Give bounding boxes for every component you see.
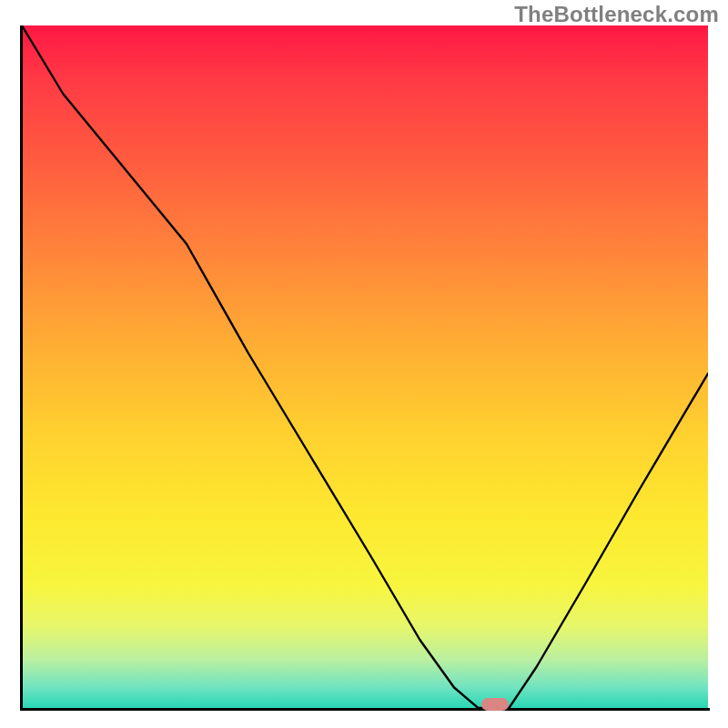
bottleneck-curve-path — [22, 25, 708, 708]
x-axis — [20, 708, 710, 711]
curve-svg — [22, 25, 708, 708]
bottleneck-chart: TheBottleneck.com — [0, 0, 728, 728]
watermark-text: TheBottleneck.com — [514, 2, 719, 27]
optimal-marker — [481, 698, 509, 711]
